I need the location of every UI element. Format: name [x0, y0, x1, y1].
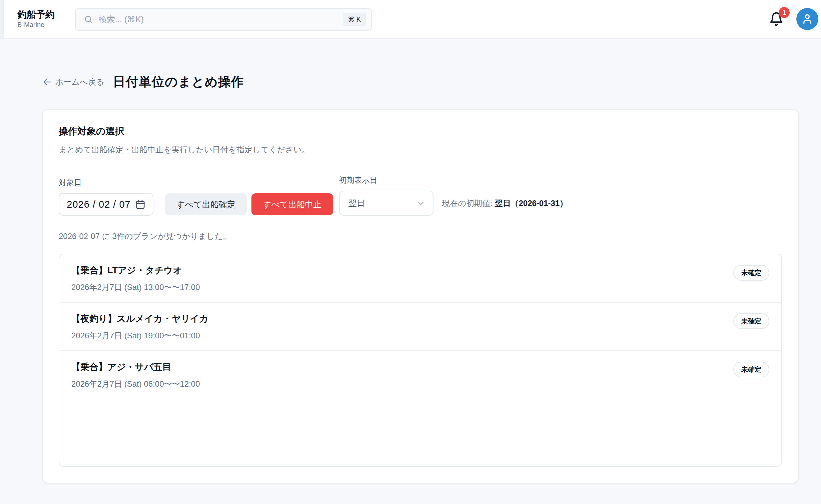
- app-subtitle: B-Marine: [17, 21, 55, 29]
- initial-display-selected: 翌日: [348, 198, 365, 209]
- global-search[interactable]: ⌘ K: [75, 8, 372, 31]
- plan-title: 【乗合】アジ・サバ五目: [71, 361, 200, 373]
- initial-display-label: 初期表示日: [339, 175, 568, 185]
- initial-display-group: 初期表示日 翌日 現在の初期値: 翌日（2026-01-31）: [339, 175, 568, 216]
- current-default-value: 翌日（2026-01-31）: [495, 199, 568, 208]
- plan-list: 【乗合】LTアジ・タチウオ 2026年2月7日 (Sat) 13:00〜〜17:…: [59, 254, 782, 467]
- plan-title: 【乗合】LTアジ・タチウオ: [71, 264, 200, 276]
- confirm-all-button[interactable]: すべて出船確定: [165, 193, 247, 215]
- current-default-text: 現在の初期値: 翌日（2026-01-31）: [442, 198, 568, 209]
- notifications-button[interactable]: 1: [769, 12, 784, 26]
- user-avatar-button[interactable]: [796, 8, 818, 30]
- search-input[interactable]: [98, 15, 343, 24]
- operation-form-row: 対象日 2026 / 02 / 07 すべて出船確定 すべて出船中止 初期表示日: [59, 175, 782, 216]
- status-badge: 未確定: [733, 362, 769, 377]
- plan-list-item[interactable]: 【乗合】アジ・サバ五目 2026年2月7日 (Sat) 06:00〜〜12:00…: [59, 351, 781, 399]
- cancel-all-button[interactable]: すべて出船中止: [251, 193, 333, 215]
- plan-list-item[interactable]: 【夜釣り】スルメイカ・ヤリイカ 2026年2月7日 (Sat) 19:00〜〜0…: [59, 303, 781, 351]
- arrow-left-icon: [42, 77, 52, 87]
- initial-display-select[interactable]: 翌日: [339, 191, 434, 216]
- current-default-prefix: 現在の初期値:: [442, 199, 495, 208]
- page-head: ホームへ戻る 日付単位のまとめ操作: [42, 73, 821, 90]
- window-edge: [0, 0, 4, 39]
- back-to-home-link[interactable]: ホームへ戻る: [42, 77, 104, 87]
- plan-info: 【乗合】アジ・サバ五目 2026年2月7日 (Sat) 06:00〜〜12:00: [71, 361, 200, 389]
- target-date-label: 対象日: [59, 177, 333, 188]
- user-icon: [801, 13, 814, 25]
- target-date-value: 2026 / 02 / 07: [67, 199, 130, 210]
- chevron-down-icon: [416, 199, 426, 208]
- page-title: 日付単位のまとめ操作: [113, 73, 244, 90]
- plan-title: 【夜釣り】スルメイカ・ヤリイカ: [71, 313, 208, 325]
- search-icon: [84, 15, 93, 24]
- back-link-label: ホームへ戻る: [55, 77, 104, 87]
- card-description: まとめて出船確定・出船中止を実行したい日付を指定してください。: [59, 144, 782, 155]
- target-date-input[interactable]: 2026 / 02 / 07: [59, 193, 153, 216]
- notification-count-badge: 1: [779, 7, 790, 18]
- calendar-icon: [135, 199, 145, 209]
- plan-datetime: 2026年2月7日 (Sat) 13:00〜〜17:00: [71, 282, 200, 293]
- search-shortcut-kbd: ⌘ K: [343, 13, 366, 26]
- status-badge: 未確定: [733, 313, 769, 329]
- status-badge: 未確定: [733, 265, 769, 281]
- bulk-operation-card: 操作対象の選択 まとめて出船確定・出船中止を実行したい日付を指定してください。 …: [42, 109, 799, 483]
- card-heading: 操作対象の選択: [59, 125, 782, 138]
- app-title: 釣船予約: [17, 9, 55, 20]
- plan-datetime: 2026年2月7日 (Sat) 06:00〜〜12:00: [71, 379, 200, 389]
- app-logo: 釣船予約 B-Marine: [17, 9, 55, 29]
- plan-datetime: 2026年2月7日 (Sat) 19:00〜〜01:00: [71, 330, 208, 341]
- plan-info: 【夜釣り】スルメイカ・ヤリイカ 2026年2月7日 (Sat) 19:00〜〜0…: [71, 313, 208, 341]
- app-header: 釣船予約 B-Marine ⌘ K 1: [0, 0, 821, 39]
- target-date-group: 対象日 2026 / 02 / 07 すべて出船確定 すべて出船中止: [59, 177, 333, 216]
- plan-info: 【乗合】LTアジ・タチウオ 2026年2月7日 (Sat) 13:00〜〜17:…: [71, 264, 200, 293]
- plan-list-item[interactable]: 【乗合】LTアジ・タチウオ 2026年2月7日 (Sat) 13:00〜〜17:…: [59, 254, 781, 303]
- result-summary: 2026-02-07 に 3件のプランが見つかりました。: [59, 231, 782, 242]
